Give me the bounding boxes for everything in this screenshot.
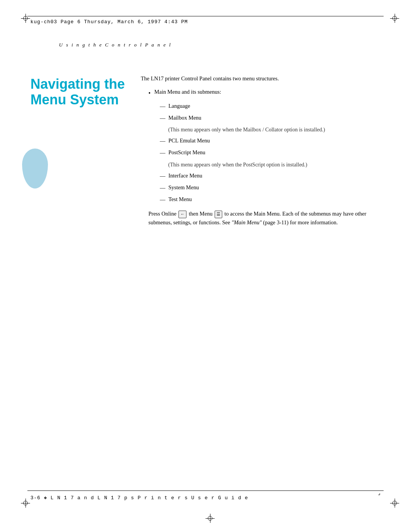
dash-icon: — xyxy=(160,102,166,111)
submenu-item-system: — System Menu xyxy=(160,184,373,192)
dash-icon: — xyxy=(160,149,166,157)
submenu-label-interface: Interface Menu xyxy=(169,172,202,180)
dash-icon: — xyxy=(160,114,166,123)
submenu-item-test: — Test Menu xyxy=(160,195,373,204)
bullet-list: • Main Menu and its submenus: — Language… xyxy=(148,88,373,227)
footer-bar xyxy=(27,490,384,491)
dash-icon: — xyxy=(160,195,166,204)
section-heading: Navigating the Menu System xyxy=(30,76,126,108)
submenu-label-pcl: PCL Emulat Menu xyxy=(169,137,210,145)
dash-icon: — xyxy=(160,172,166,181)
submenu-list: — Language — Mailbox Menu (This menu app… xyxy=(160,102,373,204)
main-menu-italic: "Main Menu" xyxy=(231,219,261,225)
dash-icon: — xyxy=(160,184,166,192)
submenu-item-mailbox: — Mailbox Menu xyxy=(160,114,373,123)
press-online-paragraph: Press Online ← then Menu ☰ to access the… xyxy=(148,209,373,227)
submenu-label-system: System Menu xyxy=(169,184,199,192)
content-area: The LN17 printer Control Panel contains … xyxy=(141,74,373,232)
bottom-right-corner-mark: ⌟ xyxy=(378,490,381,496)
bullet-dot: • xyxy=(148,88,151,98)
postscript-note: (This menu appears only when the PostScr… xyxy=(168,161,373,169)
header-bar xyxy=(27,16,384,16)
footer-text: 3-6 ❖ L N 1 7 a n d L N 1 7 p s P r i n … xyxy=(30,495,248,501)
submenu-label-postscript: PostScript Menu xyxy=(169,149,206,157)
page: kug-ch03 Page 6 Thursday, March 6, 1997 … xyxy=(0,0,411,532)
submenu-label-language: Language xyxy=(169,102,190,110)
blue-blob-decoration xyxy=(22,149,48,189)
bullet-label: Main Menu and its submenus: xyxy=(155,88,221,96)
intro-paragraph: The LN17 printer Control Panel contains … xyxy=(141,74,373,83)
submenu-item-postscript: — PostScript Menu xyxy=(160,149,373,157)
menu-key-icon: ☰ xyxy=(215,211,222,218)
submenu-label-mailbox: Mailbox Menu xyxy=(169,114,202,122)
header-text: kug-ch03 Page 6 Thursday, March 6, 1997 … xyxy=(30,19,188,25)
page-subtitle: U s i n g t h e C o n t r o l P a n e l xyxy=(59,42,172,48)
dash-icon: — xyxy=(160,137,166,145)
submenu-item-pcl: — PCL Emulat Menu xyxy=(160,137,373,145)
online-key-icon: ← xyxy=(178,211,186,218)
submenu-item-interface: — Interface Menu xyxy=(160,172,373,181)
submenu-item-language: — Language xyxy=(160,102,373,111)
submenu-label-test: Test Menu xyxy=(169,195,192,204)
mailbox-note: (This menu appears only when the Mailbox… xyxy=(168,126,373,134)
bullet-item-main: • Main Menu and its submenus: xyxy=(148,88,373,98)
heading-text: Navigating the Menu System xyxy=(30,76,126,108)
